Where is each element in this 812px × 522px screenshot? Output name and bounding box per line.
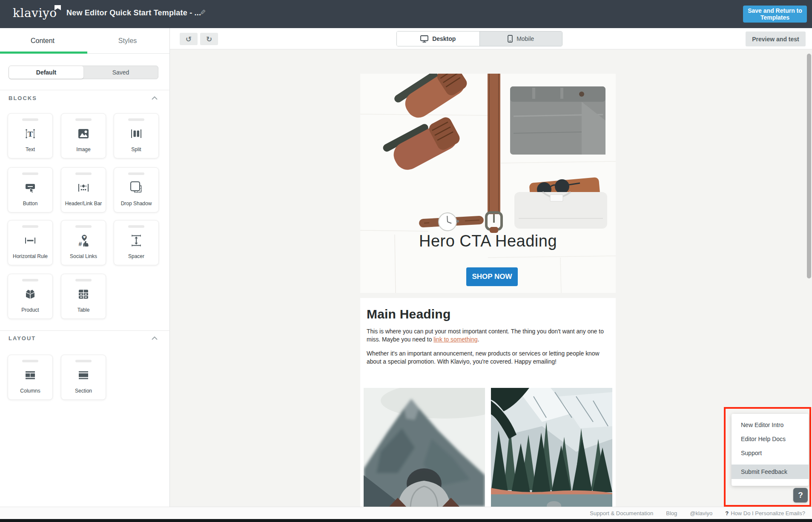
- block-label: Social Links: [70, 253, 97, 259]
- footer-link-support-documentation[interactable]: Support & Documentation: [590, 510, 653, 516]
- social-links-icon: ♥ #: [76, 228, 91, 253]
- divider: [0, 330, 170, 331]
- block-card-social-links[interactable]: ♥ # Social Links: [61, 220, 106, 265]
- block-label: Button: [23, 201, 38, 207]
- toggle-desktop[interactable]: Desktop: [397, 32, 480, 46]
- mobile-label: Mobile: [516, 35, 534, 42]
- help-menu-item-new-editor-intro[interactable]: New Editor Intro: [732, 418, 809, 432]
- template-title: New Editor Quick Start Template - ...: [66, 9, 201, 17]
- bottom-strip: [0, 519, 812, 522]
- text-block-icon: T: [23, 121, 37, 146]
- split-block-icon: [129, 121, 143, 146]
- default-saved-toggle: Default Saved: [9, 66, 158, 79]
- block-card-horizontal-rule[interactable]: Horizontal Rule: [8, 220, 53, 265]
- footer-bar: Support & Documentation Blog @klaviyo ?H…: [0, 507, 812, 519]
- toggle-mobile[interactable]: Mobile: [480, 32, 562, 46]
- email-canvas[interactable]: Hero CTA Heading SHOP NOW Main Heading T…: [170, 49, 812, 507]
- header-link-bar-icon: [76, 175, 91, 201]
- email-image-row[interactable]: [360, 388, 616, 507]
- block-card-product[interactable]: Product: [8, 274, 53, 319]
- table-icon: [76, 281, 91, 307]
- desktop-label: Desktop: [432, 35, 456, 42]
- columns-icon: [23, 362, 37, 388]
- svg-text:T: T: [28, 130, 33, 138]
- layout-card-section[interactable]: Section: [61, 355, 106, 400]
- footer-link-klaviyo-handle[interactable]: @klaviyo: [690, 510, 712, 516]
- block-label: Product: [21, 307, 39, 313]
- preview-and-test-button[interactable]: Preview and test: [746, 32, 806, 46]
- layout-collapse-chevron-up-icon[interactable]: [152, 336, 158, 340]
- block-card-split[interactable]: Split: [114, 113, 159, 158]
- block-card-spacer[interactable]: Spacer: [114, 220, 159, 265]
- shop-now-button[interactable]: SHOP NOW: [466, 267, 518, 286]
- block-label: Text: [26, 146, 35, 152]
- help-menu-item-submit-feedback[interactable]: Submit Feedback: [732, 465, 809, 479]
- device-toggle: Desktop Mobile: [396, 31, 562, 46]
- layout-card-columns[interactable]: Columns: [8, 355, 53, 400]
- klaviyo-logo: klaviyo: [13, 6, 57, 20]
- save-and-return-button[interactable]: Save and Return to Templates: [743, 6, 807, 23]
- email-hero-block[interactable]: Hero CTA Heading SHOP NOW: [360, 74, 616, 293]
- blocks-collapse-chevron-up-icon[interactable]: [152, 96, 158, 100]
- edit-title-pencil-icon[interactable]: ✎: [198, 9, 207, 15]
- block-card-header-link-bar[interactable]: Header/Link Bar: [61, 167, 106, 212]
- spacer-icon: [129, 228, 143, 253]
- klaviyo-email-editor: klaviyo New Editor Quick Start Template …: [0, 0, 812, 522]
- footer-personalize-label: How Do I Personalize Emails?: [731, 510, 805, 516]
- help-menu: New Editor Intro Editor Help Docs Suppor…: [732, 414, 809, 486]
- block-label: Drop Shadow: [121, 201, 152, 207]
- block-label: Split: [131, 146, 141, 152]
- help-menu-separator: [732, 460, 809, 465]
- footer-link-blog[interactable]: Blog: [666, 510, 677, 516]
- drop-shadow-icon: [129, 175, 143, 201]
- photo-forest-lake[interactable]: [491, 388, 612, 507]
- paragraph-1-text: This is where you can put your most impo…: [367, 328, 604, 343]
- horizontal-rule-icon: [23, 228, 37, 253]
- block-label: Horizontal Rule: [13, 253, 48, 259]
- block-label: Image: [76, 146, 90, 152]
- blocks-sidebar: Default Saved BLOCKS T Text: [0, 54, 170, 507]
- svg-text:#: #: [79, 241, 82, 247]
- paragraph-1: This is where you can put your most impo…: [367, 327, 609, 344]
- paragraph-2: Whether it's an important announcement, …: [367, 350, 609, 366]
- block-card-button[interactable]: Button: [8, 167, 53, 212]
- footer-personalize-link[interactable]: ?How Do I Personalize Emails?: [725, 510, 805, 516]
- mobile-phone-icon: [508, 35, 513, 43]
- topbar: klaviyo New Editor Quick Start Template …: [0, 0, 812, 28]
- undo-icon[interactable]: ↺: [180, 33, 198, 45]
- block-card-image[interactable]: Image: [61, 113, 106, 158]
- help-menu-item-support[interactable]: Support: [732, 446, 809, 460]
- block-label: Spacer: [128, 253, 144, 259]
- hero-flatlay-image: [360, 74, 616, 293]
- block-label: Table: [77, 307, 90, 313]
- svg-text:♥: ♥: [83, 235, 86, 239]
- question-mark-icon: ?: [725, 510, 729, 516]
- pants-shape: [510, 86, 605, 155]
- tab-styles[interactable]: Styles: [85, 28, 170, 54]
- scrollbar-thumb[interactable]: [807, 54, 811, 278]
- sidebar-tabs: Content Styles: [0, 28, 170, 54]
- email-text-block[interactable]: Main Heading This is where you can put y…: [360, 298, 616, 388]
- block-card-drop-shadow[interactable]: Drop Shadow: [114, 167, 159, 212]
- hero-cta-heading[interactable]: Hero CTA Heading: [360, 232, 616, 250]
- segment-default[interactable]: Default: [9, 66, 83, 79]
- help-question-button[interactable]: ?: [793, 488, 808, 502]
- help-menu-item-editor-help-docs[interactable]: Editor Help Docs: [732, 432, 809, 446]
- desktop-monitor-icon: [420, 35, 428, 43]
- block-card-table[interactable]: Table: [61, 274, 106, 319]
- segment-saved[interactable]: Saved: [83, 66, 158, 79]
- block-label: Header/Link Bar: [65, 201, 102, 207]
- blocks-section-header: BLOCKS: [9, 95, 37, 101]
- photo-mountain-person[interactable]: [364, 388, 485, 507]
- product-icon: [23, 281, 37, 307]
- block-label: Columns: [20, 388, 40, 394]
- block-card-text[interactable]: T Text: [8, 113, 53, 158]
- redo-icon[interactable]: ↻: [200, 33, 218, 45]
- layout-section-header: LAYOUT: [9, 335, 36, 341]
- button-block-icon: [23, 175, 37, 201]
- link-to-something[interactable]: link to something: [433, 336, 478, 343]
- tab-content[interactable]: Content: [0, 28, 85, 54]
- paragraph-1-period: .: [478, 336, 479, 343]
- divider: [0, 90, 170, 90]
- belt-shape: [486, 74, 502, 233]
